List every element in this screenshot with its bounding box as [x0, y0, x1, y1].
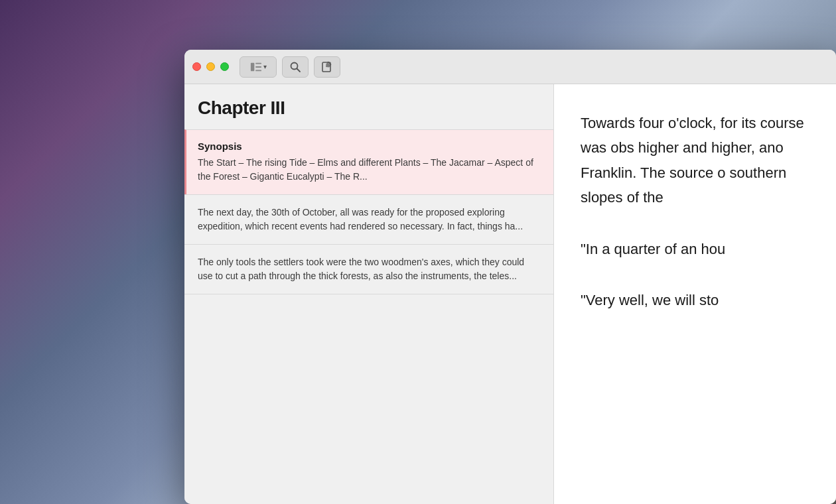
traffic-lights: [192, 62, 229, 71]
sidebar: Chapter III Synopsis The Start – The ris…: [184, 84, 554, 504]
app-window: ▾ Chapter III Sy: [184, 50, 836, 504]
main-paragraph-0: Towards four o'clock, for its course was…: [581, 111, 809, 210]
svg-rect-0: [250, 62, 253, 71]
sidebar-toggle-button[interactable]: ▾: [240, 56, 277, 78]
sidebar-header: Chapter III: [184, 84, 553, 129]
svg-rect-1: [255, 62, 261, 64]
main-reading-area[interactable]: Towards four o'clock, for its course was…: [554, 84, 836, 504]
search-icon: [289, 61, 301, 73]
sidebar-item-text-1: The next day, the 30th of October, all w…: [198, 206, 540, 233]
svg-rect-3: [255, 70, 261, 71]
search-button[interactable]: [282, 56, 309, 78]
sidebar-icon: [250, 61, 262, 73]
sidebar-items-list[interactable]: Synopsis The Start – The rising Tide – E…: [184, 129, 553, 504]
sidebar-item-text-2: The only tools the settlers took were th…: [198, 255, 540, 283]
close-button[interactable]: [192, 62, 201, 71]
sidebar-item-synopsis[interactable]: Synopsis The Start – The rising Tide – E…: [184, 129, 553, 194]
minimize-button[interactable]: [206, 62, 215, 71]
sidebar-item-1[interactable]: The next day, the 30th of October, all w…: [184, 194, 553, 244]
compose-button[interactable]: [314, 56, 340, 78]
chevron-down-icon: ▾: [263, 63, 267, 70]
window-content: Chapter III Synopsis The Start – The ris…: [184, 84, 836, 504]
svg-line-5: [297, 68, 301, 72]
maximize-button[interactable]: [220, 62, 229, 71]
main-paragraph-2: "Very well, we will sto: [581, 288, 809, 312]
compose-icon: [321, 61, 333, 73]
chapter-title: Chapter III: [198, 97, 540, 119]
sidebar-item-2[interactable]: The only tools the settlers took were th…: [184, 244, 553, 294]
sidebar-item-text-0: The Start – The rising Tide – Elms and d…: [198, 156, 540, 184]
main-paragraph-1: "In a quarter of an hou: [581, 237, 809, 261]
titlebar: ▾: [184, 50, 836, 84]
sidebar-item-title-0: Synopsis: [198, 141, 540, 152]
svg-rect-2: [255, 66, 261, 68]
